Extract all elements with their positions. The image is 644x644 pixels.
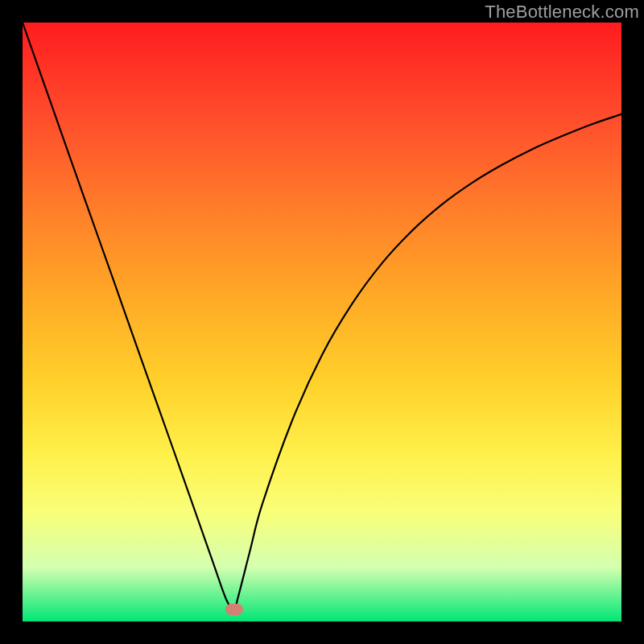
bottleneck-curve xyxy=(23,23,621,621)
optimal-point-marker xyxy=(225,604,243,615)
watermark-text: TheBottleneck.com xyxy=(485,2,639,23)
plot-area xyxy=(23,23,621,621)
